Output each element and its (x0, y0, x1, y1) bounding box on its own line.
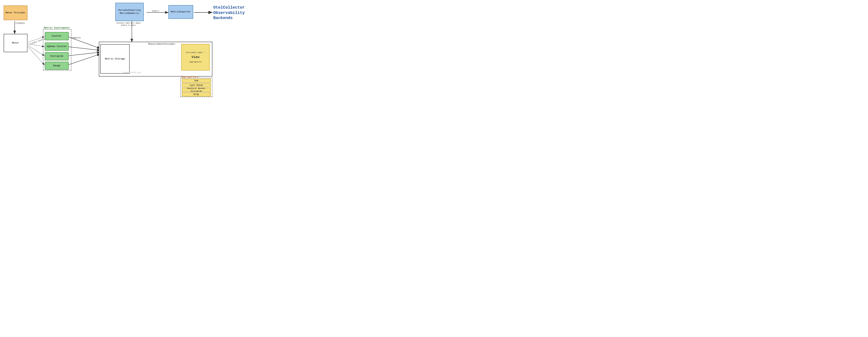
meter-label: Meter (12, 41, 19, 45)
counter-box: Counter (45, 32, 69, 40)
meter-provider-box: Meter Provider (4, 5, 28, 20)
svg-line-9 (68, 52, 100, 56)
view-label: View (185, 55, 205, 60)
collect-metrics-label: collect metrics data every X secs (116, 22, 141, 26)
metric-storage-label: Metric Storage (105, 57, 125, 61)
counter-label: Counter (52, 34, 62, 38)
drop-label: Drop (194, 93, 199, 96)
metric-exporter-box: MetricExporter (168, 5, 193, 19)
svg-line-6 (28, 47, 44, 65)
meter-provider-label: Meter Provider (5, 11, 26, 14)
svg-line-10 (68, 54, 100, 65)
sum-label: Sum (194, 79, 198, 82)
view-box-inner: instrument_name: * View aggregation (185, 51, 205, 63)
drop-box: Drop (182, 92, 211, 96)
metric-storage-box: Metric Storage (100, 44, 130, 73)
watermark: romaglushko.com (123, 71, 141, 73)
explicit-bucket-box: Explicit Bucket Histogram (182, 88, 211, 92)
metric-instruments-title: Metric Instruments (44, 27, 69, 29)
gauge-box: Gauge (45, 62, 69, 70)
gauge-label: Gauge (53, 64, 60, 67)
reports-label: reports (71, 37, 81, 39)
explicit-bucket-label: Explicit Bucket Histogram (182, 87, 210, 93)
view-box: instrument_name: * View aggregation (181, 44, 210, 70)
creates-label: creates (16, 22, 25, 25)
histogram-label: Histogram (50, 55, 63, 58)
otel-collector-line1: OtelCollector (213, 5, 245, 10)
updown-counter-box: UpDown Counter (45, 42, 69, 51)
export-label: export (152, 10, 159, 12)
updown-counter-label: UpDown Counter (47, 45, 67, 48)
periodic-reader-label: PeriodicExporting MetricReader(s) (118, 9, 141, 15)
meter-box: Meter (4, 34, 28, 52)
metric-exporter-label: MetricExporter (171, 10, 191, 13)
aggregations-title: Aggregations (181, 75, 198, 78)
view-instrument-name: instrument_name: * (185, 52, 205, 54)
svg-line-8 (68, 47, 100, 50)
svg-line-5 (28, 46, 44, 56)
last-value-box: Last Value (182, 83, 211, 87)
view-aggregation: aggregation (189, 61, 202, 63)
otel-collector-title: OtelCollector Observability Backends (213, 5, 256, 21)
last-value-label: Last Value (190, 84, 203, 87)
periodic-reader-box: PeriodicExporting MetricReader(s) (115, 3, 144, 21)
observability-backends-line2: Observability Backends (213, 11, 245, 21)
diagram: Meter Provider creates Meter create inst… (0, 0, 256, 100)
measurement-consumer-label: MeasurementConsumer (148, 43, 176, 45)
histogram-box: Histogram (45, 52, 69, 60)
sum-box: Sum (182, 79, 211, 83)
